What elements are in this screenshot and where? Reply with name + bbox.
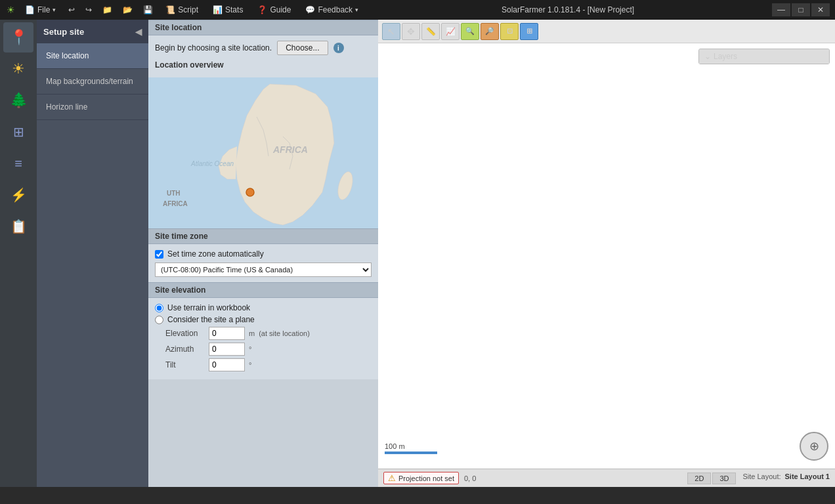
use-terrain-radio[interactable] (155, 304, 163, 312)
projection-warning-text: Projection not set (398, 474, 454, 482)
zoom-in-button[interactable]: 🔍 (461, 23, 479, 40)
tilt-row: Tilt ° (155, 358, 372, 371)
stack-icon: ≡ (14, 156, 22, 171)
compass-icon: ⊕ (809, 439, 819, 453)
auto-timezone-checkbox[interactable] (155, 250, 163, 259)
app-title: SolarFarmer 1.0.181.4 - [New Project] (364, 5, 772, 14)
choose-button[interactable]: Choose... (277, 41, 328, 55)
guide-icon: ❓ (257, 5, 267, 14)
file-icon: 📄 (25, 5, 35, 14)
app-logo: ☀ (5, 5, 16, 15)
measure-icon: 📏 (426, 27, 436, 36)
view-2d-button[interactable]: 2D (687, 472, 711, 484)
elevation-label: Elevation (165, 329, 205, 338)
select-tool-button[interactable]: ↖ (382, 23, 400, 40)
location-map: Atlantic Ocean AFRICA UTH FRICA UTH AFRI… (148, 77, 378, 228)
minimize-button[interactable]: — (772, 3, 790, 16)
menu-stats[interactable]: 📊 Stats (207, 3, 248, 16)
zoom-in-icon: 🔍 (465, 27, 475, 35)
setup-header: Setup site ◀ (37, 20, 148, 43)
save-icon: 💾 (143, 5, 153, 14)
collapse-icon[interactable]: ◀ (135, 27, 142, 37)
icon-sidebar: 📍 ☀ 🌲 ⊞ ≡ ⚡ 📋 (0, 20, 37, 487)
statusbar: ⚠ Projection not set 0, 0 2D 3D Site Lay… (378, 469, 835, 487)
azimuth-input[interactable] (209, 343, 245, 356)
toolbar-new[interactable]: 📁 (99, 3, 116, 16)
maximize-button[interactable]: □ (792, 3, 810, 16)
svg-text:Atlantic Ocean: Atlantic Ocean (190, 160, 234, 167)
zoom-extent-button[interactable]: ⊞ (520, 23, 538, 40)
elevation-input[interactable] (209, 327, 245, 340)
sidebar-icon-document[interactable]: 📋 (3, 211, 33, 242)
timezone-select[interactable]: (UTC-12:00) International Date Line West… (155, 262, 372, 277)
nav-item-map-backgrounds[interactable]: Map backgrounds/terrain (37, 69, 148, 94)
tilt-unit: ° (249, 361, 251, 369)
tilt-input[interactable] (209, 358, 245, 371)
elevation-unit: m (249, 329, 255, 337)
consider-plane-label: Consider the site a plane (167, 315, 255, 324)
azimuth-label: Azimuth (165, 345, 205, 354)
elevation-row: Elevation m (at site location) (155, 327, 372, 340)
nav-item-site-location[interactable]: Site location (37, 43, 148, 69)
azimuth-row: Azimuth ° (155, 343, 372, 356)
new-icon: 📁 (102, 5, 112, 14)
toolbar-open[interactable]: 📂 (119, 3, 136, 16)
sidebar-icon-tree[interactable]: 🌲 (3, 85, 33, 116)
nav-label-map-backgrounds: Map backgrounds/terrain (46, 77, 133, 86)
nav-label-horizon-line: Horizon line (46, 102, 87, 112)
scale-bar: 100 m (385, 442, 437, 454)
sidebar-icon-stack[interactable]: ≡ (3, 148, 33, 178)
coordinates-display: 0, 0 (464, 474, 476, 482)
toolbar-undo[interactable]: ↩ (65, 3, 78, 16)
sidebar-icon-location[interactable]: 📍 (3, 22, 33, 52)
zoom-fit-button[interactable]: ⊡ (500, 23, 519, 40)
zoom-out-button[interactable]: 🔎 (481, 23, 499, 40)
sun-icon: ☀ (12, 60, 25, 77)
pan-tool-button[interactable]: ✥ (402, 23, 420, 40)
nav-item-horizon-line[interactable]: Horizon line (37, 94, 148, 120)
site-layout-name: Site Layout 1 (785, 472, 830, 484)
sidebar-icon-sun[interactable]: ☀ (3, 54, 33, 84)
layers-label: Layers (714, 52, 737, 61)
choose-row: Begin by choosing a site location. Choos… (155, 41, 372, 55)
nav-label-site-location: Site location (46, 51, 89, 60)
close-button[interactable]: ✕ (811, 3, 830, 16)
site-location-section-header: Site location (148, 20, 378, 35)
sidebar-icon-lightning[interactable]: ⚡ (3, 180, 33, 210)
elevation-suffix: (at site location) (259, 329, 310, 337)
open-icon: 📂 (123, 5, 133, 14)
info-icon[interactable]: i (333, 43, 344, 53)
stats-icon: 📊 (213, 5, 223, 14)
projection-warning: ⚠ Projection not set (383, 472, 459, 484)
azimuth-unit: ° (249, 345, 251, 353)
nav-compass[interactable]: ⊕ (800, 432, 828, 461)
toolbar-redo[interactable]: ↪ (82, 3, 95, 16)
measure-tool-button[interactable]: 📏 (421, 23, 440, 40)
select-icon: ↖ (387, 26, 395, 37)
svg-point-4 (246, 188, 254, 196)
menu-feedback[interactable]: 💬 Feedback ▾ (300, 3, 364, 16)
consider-plane-radio[interactable] (155, 316, 163, 324)
use-terrain-label: Use terrain in workbook (167, 303, 250, 312)
toolbar-save[interactable]: 💾 (140, 3, 156, 16)
plane-radio-row: Consider the site a plane (155, 315, 372, 324)
main-layout: 📍 ☀ 🌲 ⊞ ≡ ⚡ 📋 Setup site ◀ Site location (0, 20, 835, 487)
menu-guide[interactable]: ❓ Guide (252, 3, 296, 16)
tree-icon: 🌲 (10, 92, 28, 109)
scale-label: 100 m (385, 442, 405, 450)
profile-tool-button[interactable]: 📈 (441, 23, 460, 40)
menu-script[interactable]: 📜 Script (160, 3, 203, 16)
terrain-radio-row: Use terrain in workbook (155, 303, 372, 312)
layers-header[interactable]: ⌄ Layers (699, 49, 829, 64)
choose-prompt: Begin by choosing a site location. (155, 43, 272, 52)
map-viewport: ↖ ✥ 📏 📈 🔍 🔎 ⊡ ⊞ (378, 20, 835, 487)
warning-icon: ⚠ (388, 473, 396, 483)
site-elevation-content: Use terrain in workbook Consider the sit… (148, 298, 378, 379)
menu-file[interactable]: 📄 File ▾ (20, 3, 61, 16)
layers-panel: ⌄ Layers (698, 49, 830, 64)
site-elevation-section-header: Site elevation (148, 282, 378, 298)
view-3d-button[interactable]: 3D (712, 472, 736, 484)
auto-timezone-label: Set time zone automatically (167, 249, 264, 259)
sidebar-icon-grid[interactable]: ⊞ (3, 117, 33, 147)
location-overview-label: Location overview (155, 60, 372, 70)
